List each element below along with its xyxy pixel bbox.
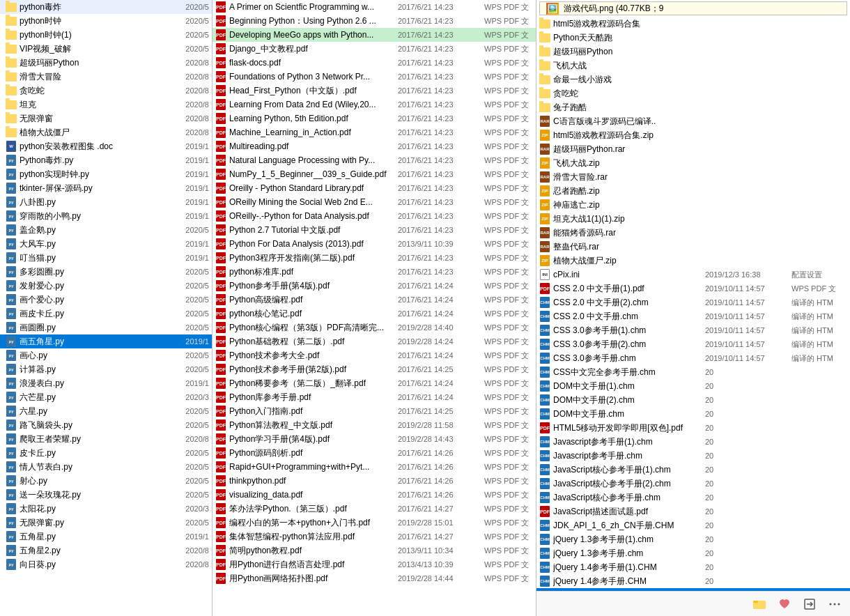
mid-item[interactable]: PDF Python 2.7 Tutorial 中文版.pdf 2017/6/2… [212, 223, 536, 237]
mid-item[interactable]: PDF 用Python画网络拓扑图.pdf 2019/2/28 14:44 WP… [212, 571, 536, 585]
left-item[interactable]: py 六星.py 2020/5 [0, 404, 212, 418]
mid-item[interactable]: PDF Learning From Data 2nd Ed (Wiley,20.… [212, 98, 536, 111]
mid-item[interactable]: PDF Python源码剖析.pdf 2017/6/21 14:26 WPS P… [212, 446, 536, 460]
right-file-item[interactable]: CHM jQuery 1.3参考手册(1).chm 20 [536, 532, 850, 546]
share-btn[interactable] [800, 594, 819, 614]
left-item[interactable]: py 向日葵.py 2020/8 [0, 557, 212, 571]
left-item[interactable]: py 皮卡丘.py 2020/5 [0, 446, 212, 460]
right-folder-item[interactable]: html5游戏教程源码合集 [536, 17, 850, 31]
left-item[interactable]: py tkinter-屏保-源码.py 2019/1 [0, 181, 212, 195]
mid-item[interactable]: PDF Python学习手册(第4版).pdf 2019/2/28 14:43 … [212, 432, 536, 446]
left-item[interactable]: py 路飞脑袋头.py 2020/5 [0, 418, 212, 432]
mid-item[interactable]: PDF Python核心编程（第3版）PDF高清晰完... 2019/2/28 … [212, 321, 536, 334]
right-file-item[interactable]: PDF CSS 2.0 中文手册(1).pdf 2019/10/11 14:57… [536, 282, 850, 295]
left-item[interactable]: py 八卦图.py 2019/1 [0, 195, 212, 209]
left-item[interactable]: py Python毒炸.py 2019/1 [0, 153, 212, 167]
mid-item[interactable]: PDF Python算法教程_中文版.pdf 2019/2/28 11:58 W… [212, 418, 536, 432]
left-item[interactable]: py 浪漫表白.py 2019/1 [0, 376, 212, 390]
right-file-item[interactable]: CHM jQuery 1.3参考手册.chm 20 [536, 546, 850, 560]
mid-item[interactable]: PDF A Primer on Scientfic Programming w.… [212, 0, 536, 14]
mid-item[interactable]: PDF Django_中文教程.pdf 2017/6/21 14:23 WPS … [212, 42, 536, 56]
right-file-item[interactable]: CHM DOM中文手册(2).chm 20 [536, 393, 850, 407]
left-item[interactable]: W python安装教程图集 .doc 2019/1 [0, 139, 212, 153]
right-file-item[interactable]: CHM CSS 3.0参考手册(1).chm 2019/10/11 14:57 … [536, 323, 850, 337]
left-item[interactable]: VIP视频_破解 2020/5 [0, 42, 212, 56]
right-file-item[interactable]: CHM CSS中文完全参考手册.chm 20 [536, 365, 850, 379]
mid-item[interactable]: PDF 笨办法学Python.（第三版）.pdf 2017/6/21 14:27… [212, 502, 536, 516]
left-item[interactable]: py 多彩圆圈.py 2020/5 [0, 265, 212, 279]
more-btn[interactable] [825, 594, 844, 614]
mid-item[interactable]: PDF Python高级编程.pdf 2017/6/21 14:24 WPS P… [212, 293, 536, 307]
left-item[interactable]: 贪吃蛇 2020/8 [0, 84, 212, 98]
mid-item[interactable]: PDF python核心笔记.pdf 2017/6/21 14:24 WPS P… [212, 307, 536, 321]
mid-item[interactable]: PDF Natural Language Processing with Py.… [212, 153, 536, 167]
mid-item[interactable]: PDF Beginning Python：Using Python 2.6 ..… [212, 14, 536, 28]
right-archive-item[interactable]: ZIP 植物大战僵尸.zip [536, 254, 850, 268]
mid-item[interactable]: PDF Oreilly - Python Standard Library.pd… [212, 181, 536, 195]
left-item[interactable]: py 情人节表白.py 2020/5 [0, 460, 212, 474]
heart-btn[interactable] [775, 594, 794, 614]
left-item[interactable]: py 送一朵玫瑰花.py 2020/5 [0, 488, 212, 502]
left-item[interactable]: py 大风车.py 2019/1 [0, 237, 212, 251]
right-folder-item[interactable]: 兔子跑酷 [536, 100, 850, 114]
left-item[interactable]: 坦克 2020/8 [0, 98, 212, 111]
mid-item[interactable]: PDF Python3程序开发指南(第二版).pdf 2017/6/21 14:… [212, 251, 536, 265]
right-file-item[interactable]: CHM JavaScript核心参考手册(2).chm 20 [536, 477, 850, 491]
mid-item[interactable]: PDF 用Python进行自然语言处理.pdf 2013/4/13 10:39 … [212, 557, 536, 571]
right-archive-item[interactable]: RAR 超级玛丽Python.rar [536, 142, 850, 156]
mid-item[interactable]: PDF Python参考手册(第4版).pdf 2017/6/21 14:24 … [212, 279, 536, 293]
left-item[interactable]: py 画五角星.py 2019/1 [0, 334, 212, 348]
mid-item[interactable]: PDF Developing MeeGo apps with Python...… [212, 28, 536, 42]
right-file-item[interactable]: PDF HTML5移动开发即学即用[双色].pdf 20 [536, 421, 850, 435]
right-archive-item[interactable]: ZIP html5游戏教程源码合集.zip [536, 128, 850, 142]
mid-item[interactable]: PDF Python For Data Analysis (2013).pdf … [212, 237, 536, 251]
left-item[interactable]: py 盖企鹅.py 2020/5 [0, 223, 212, 237]
mid-item[interactable]: PDF thinkpython.pdf 2017/6/21 14:26 WPS … [212, 474, 536, 488]
left-item[interactable]: py 射心.py 2020/5 [0, 474, 212, 488]
left-item[interactable]: py 计算器.py 2020/5 [0, 362, 212, 376]
right-file-item[interactable]: CHM JavaScript核心参考手册.chm 20 [536, 491, 850, 505]
mid-item[interactable]: PDF Python入门指南.pdf 2017/6/21 14:25 WPS P… [212, 404, 536, 418]
mid-item[interactable]: PDF visualizing_data.pdf 2017/6/21 14:26… [212, 488, 536, 502]
mid-item[interactable]: PDF Multireading.pdf 2017/6/21 14:23 WPS… [212, 139, 536, 153]
left-item[interactable]: py 画个爱心.py 2020/5 [0, 293, 212, 307]
mid-item[interactable]: PDF NumPy_1_5_Beginner__039_s_Guide.pdf … [212, 167, 536, 181]
left-item[interactable]: py 叮当猫.py 2019/1 [0, 251, 212, 265]
left-item[interactable]: py 五角星.py 2019/1 [0, 530, 212, 544]
right-file-item[interactable]: CHM CSS 2.0 中文手册(2).chm 2019/10/11 14:57… [536, 295, 850, 309]
right-folder-item[interactable]: 命最一线小游戏 [536, 72, 850, 86]
right-file-item[interactable]: INI cPix.ini 2019/12/3 16:38 配置设置 [536, 268, 850, 282]
right-archive-item[interactable]: ZIP 坦克大战1(1)(1).zip [536, 212, 850, 226]
left-item[interactable]: py 太阳花.py 2020/3 [0, 502, 212, 516]
right-file-item[interactable]: CHM JavaScript核心参考手册(1).chm 20 [536, 463, 850, 477]
mid-item[interactable]: PDF Python稀要参考（第二版）_翻译.pdf 2017/6/21 14:… [212, 376, 536, 390]
left-item[interactable]: python时钟(1) 2020/5 [0, 28, 212, 42]
right-archive-item[interactable]: RAR 整蛊代码.rar [536, 240, 850, 254]
mid-item[interactable]: PDF Python技术参考大全.pdf 2017/6/21 14:24 WPS… [212, 348, 536, 362]
mid-item[interactable]: PDF 集体智慧编程-python算法应用.pdf 2017/6/21 14:2… [212, 530, 536, 544]
mid-item[interactable]: PDF Python技术参考手册(第2版).pdf 2017/6/21 14:2… [212, 362, 536, 376]
mid-item[interactable]: PDF Python基础教程（第二版）.pdf 2019/2/28 14:24 … [212, 334, 536, 348]
left-item[interactable]: python时钟 2020/5 [0, 14, 212, 28]
mid-item[interactable]: PDF Foundations of Python 3 Network Pr..… [212, 70, 536, 84]
right-archive-item[interactable]: ZIP 忍者跑酷.zip [536, 184, 850, 198]
left-item[interactable]: py 画皮卡丘.py 2020/5 [0, 307, 212, 321]
right-file-item[interactable]: CHM Javascript参考手册(1).chm 20 [536, 435, 850, 449]
left-item[interactable]: python毒炸 2020/5 [0, 0, 212, 14]
mid-item[interactable]: PDF Python库参考手册.pdf 2017/6/21 14:24 WPS … [212, 390, 536, 404]
left-item[interactable]: py 六芒星.py 2020/3 [0, 390, 212, 404]
right-file-item[interactable]: PDF JavaScript描述面试题.pdf 20 [536, 505, 850, 518]
right-file-item[interactable]: CHM jQuery 1.4参考手册.CHM 20 [536, 574, 850, 588]
left-item[interactable]: py 画圆圈.py 2020/5 [0, 321, 212, 334]
right-archive-item[interactable]: ZIP 神庙逃亡.zip [536, 198, 850, 212]
left-item[interactable]: 植物大战僵尸 2020/8 [0, 125, 212, 139]
left-item[interactable]: py 发射爱心.py 2020/5 [0, 279, 212, 293]
mid-item[interactable]: PDF Head_First_Python（中文版）.pdf 2017/6/21… [212, 84, 536, 98]
left-item[interactable]: py 无限弹窗.py 2020/5 [0, 516, 212, 530]
right-file-item[interactable]: CHM CSS 3.0参考手册(2).chm 2019/10/11 14:57 … [536, 337, 850, 351]
right-folder-item[interactable]: 贪吃蛇 [536, 86, 850, 100]
right-file-item[interactable]: CHM DOM中文手册.chm 20 [536, 407, 850, 421]
right-file-item[interactable]: CHM DOM中文手册(1).chm 20 [536, 379, 850, 393]
mid-item[interactable]: PDF flask-docs.pdf 2017/6/21 14:23 WPS P… [212, 56, 536, 70]
right-folder-item[interactable]: 飞机大战 [536, 59, 850, 72]
